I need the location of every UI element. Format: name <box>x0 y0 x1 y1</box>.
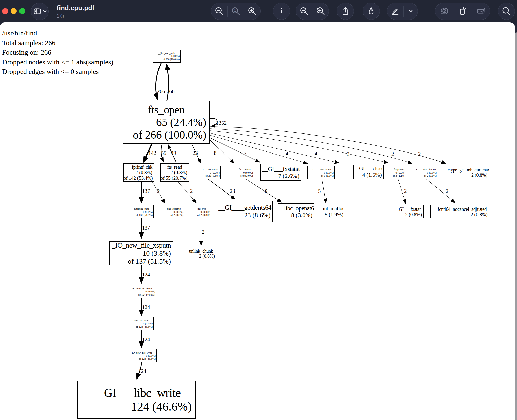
edge-label: 2 <box>190 188 193 194</box>
preview-window: find.cpu.pdf 1页 1 <box>0 0 517 420</box>
edge-fts_open-fts_open <box>210 118 217 126</box>
edge-fprintf_chk-find_specmb <box>152 182 165 203</box>
edge-label: 124 <box>142 336 150 342</box>
edge-label: 124 <box>138 368 146 374</box>
info-button[interactable]: i <box>273 3 290 20</box>
markup-group <box>387 3 418 20</box>
edge-label: 2 <box>391 151 394 157</box>
node-gi_fxstat: __GI___fxstat2 (0.8%) <box>391 205 424 218</box>
close-button[interactable] <box>2 8 8 14</box>
scrollbar[interactable] <box>515 32 517 420</box>
edge-label: 23 <box>230 188 235 194</box>
selection-button[interactable] <box>435 3 453 20</box>
edge-label: 137 <box>142 225 150 231</box>
edge-label: 3 <box>347 151 350 157</box>
node-gi_libc_write: __GI___libc_write124 (46.6%) <box>77 381 196 419</box>
node-int_malloc: _int_malloc5 (1.9%) <box>320 204 345 219</box>
page-count: 1页 <box>57 13 65 20</box>
edge-fts_open-fdopendir <box>210 131 388 163</box>
edge-fts_read-fts_open <box>168 145 176 162</box>
edge-libc_start_main-fts_open <box>156 63 161 99</box>
node-libc_openat64: __libc_openat648 (3.0%) <box>278 203 314 220</box>
node-io_new_do_write: _IO_new_do_write0 (0.0%)of 124 (46.6%) <box>127 285 156 298</box>
edge-label: 7 <box>244 150 247 157</box>
node-new_do_write: new_do_write0 (0.0%)of 124 (46.6%) <box>129 317 154 330</box>
edge-label: 2 <box>157 188 160 194</box>
sidebar-icon <box>32 6 43 16</box>
node-find_specmb: __find_specmb0 (0.0%)of 2 (0.8%) <box>161 205 184 218</box>
node-getdents64: __GI____getdents6423 (8.6%) <box>217 201 273 222</box>
edge-fts_children-libc_openat64 <box>246 179 281 202</box>
edge-label: 4 <box>315 150 317 157</box>
search-icon <box>501 6 511 16</box>
node-fts_children: fts_children0 (0.0%)of 8 (3.0%) <box>236 166 254 179</box>
edge-label: 4 <box>286 150 288 157</box>
edge-label: 266 <box>167 88 175 94</box>
edit-group <box>435 3 490 20</box>
form-fill-icon <box>476 6 486 16</box>
edge-label: 266 <box>157 88 165 94</box>
node-fdopendir: __fdopendir0 (0.0%)of 3 (1.1%) <box>389 166 406 179</box>
form-fill-button[interactable] <box>472 3 490 20</box>
zoom-group: 1 <box>211 3 261 20</box>
node-fcntl64: __GI___libc_fcntl640 (0.0%)of 2 (0.8%) <box>412 166 438 179</box>
edge-fts_open-fxstatat <box>210 138 260 162</box>
zoom-in-icon <box>315 6 326 16</box>
rotate-icon <box>458 6 468 16</box>
search-button[interactable] <box>498 3 515 20</box>
edge-label: 142 <box>148 150 156 156</box>
focusing-on: Focusing on: 266 <box>2 48 113 57</box>
edge-fts_open-fprintf_chk <box>143 144 152 162</box>
node-unlink_chunk: unlink_chunk2 (0.8%) <box>186 247 216 260</box>
page-zoom-out-button[interactable] <box>296 3 312 20</box>
edge-label: 2 <box>446 188 449 194</box>
edge-label: 23 <box>193 150 198 156</box>
svg-text:i: i <box>280 6 283 15</box>
edge-label: 8 <box>214 150 217 156</box>
edge-fts_open-ctype_get_mb_cur_max <box>210 127 445 163</box>
svg-text:1: 1 <box>234 8 236 12</box>
selection-icon <box>439 6 449 16</box>
node-io_new_file_write: _IO_new_file_write0 (0.0%)of 124 (46.6%) <box>126 349 157 362</box>
node-libc_start_main: __libc_start_main0 (0.0%)of 266 (100.0%) <box>153 50 181 63</box>
node-fts_read: fts_read2 (0.8%)of 55 (20.7%) <box>160 163 189 182</box>
markup-pen-button[interactable] <box>363 3 380 20</box>
edge-io_new_file_write-gi_libc_write <box>137 362 141 379</box>
markup-button[interactable] <box>387 3 403 20</box>
edge-label: 2 <box>404 188 407 194</box>
sidebar-toggle-button[interactable] <box>31 3 49 20</box>
titlebar: find.cpu.pdf 1页 1 <box>0 0 517 22</box>
edge-label: 2 <box>202 229 205 235</box>
binary-path: /usr/bin/find <box>2 28 113 38</box>
zoom-in-button[interactable] <box>244 3 260 20</box>
edge-fts_open-libc_start_main <box>166 64 169 101</box>
zoom-window-button[interactable] <box>19 8 25 14</box>
edge-label: 124 <box>142 272 150 278</box>
chevron-down-icon <box>408 8 414 14</box>
edge-fts_open-fts_children <box>210 140 234 163</box>
dropped-nodes: Dropped nodes with <= 1 abs(samples) <box>2 57 113 67</box>
pdf-page: /usr/bin/findTotal samples: 266Focusing … <box>0 22 515 420</box>
edge-label: 1352 <box>216 120 227 126</box>
info-icon: i <box>276 6 287 16</box>
page-zoom-group <box>296 3 329 20</box>
profile-header: /usr/bin/findTotal samples: 266Focusing … <box>2 28 113 77</box>
share-button[interactable] <box>337 3 354 20</box>
markup-menu-button[interactable] <box>404 3 418 20</box>
node-fprintf_chk: ___fprintf_chk2 (0.8%)of 142 (53.4%) <box>123 163 154 182</box>
edge-label: 8 <box>265 188 268 194</box>
node-fxstatat: __GI___fxstatat7 (2.6%) <box>260 164 301 181</box>
zoom-out-icon <box>214 6 224 16</box>
edge-label: 2 <box>418 151 421 157</box>
minimize-button[interactable] <box>11 8 17 14</box>
document-area: /usr/bin/findTotal samples: 266Focusing … <box>0 22 517 420</box>
actual-size-button[interactable]: 1 <box>228 3 244 20</box>
page-zoom-in-button[interactable] <box>312 3 329 20</box>
node-ctype_get_mb_cur_max: __ctype_get_mb_cur_max2 (0.8%) <box>443 166 489 179</box>
zoom-out-button[interactable] <box>211 3 227 20</box>
dropped-edges: Dropped edges with <= 0 samples <box>2 67 113 77</box>
rotate-button[interactable] <box>453 3 472 20</box>
edge-readdir64-getdents64 <box>208 179 235 199</box>
edge-fts_open-gi_close <box>210 133 339 163</box>
zoom-in-icon <box>247 6 257 16</box>
